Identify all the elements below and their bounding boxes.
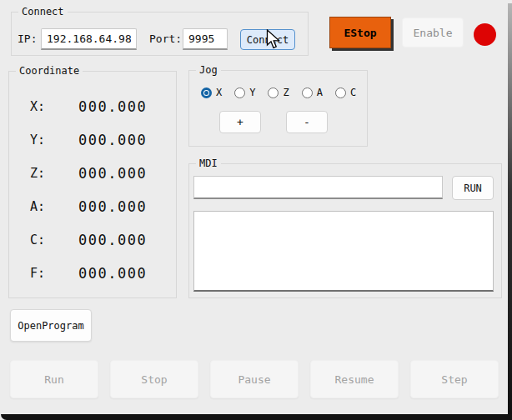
mdi-group-title: MDI	[196, 158, 221, 169]
cnc-control-window: Connect IP: Port: Connect EStop Enable C…	[0, 0, 512, 420]
axis-value: 000.000	[78, 232, 147, 248]
axis-label: Y:	[30, 132, 78, 148]
port-label: Port:	[149, 32, 182, 45]
axis-label: A:	[30, 199, 78, 214]
connect-group-title: Connect	[18, 6, 68, 18]
port-input[interactable]	[183, 28, 228, 50]
estop-button[interactable]: EStop	[329, 17, 391, 48]
coordinate-row-c: C: 000.000	[9, 223, 176, 257]
coordinate-groupbox: Coordinate X: 000.000 Y: 000.000 Z: 000.…	[8, 71, 177, 298]
ip-input[interactable]	[41, 28, 137, 50]
radio-button-icon[interactable]	[302, 88, 313, 98]
pause-button[interactable]: Pause	[210, 360, 299, 398]
jog-radio-label: A	[317, 87, 323, 98]
jog-radio-label: X	[216, 87, 222, 98]
mdi-command-input[interactable]	[193, 176, 443, 199]
open-program-button[interactable]: OpenProgram	[10, 309, 92, 342]
radio-button-icon[interactable]	[234, 88, 245, 98]
jog-plus-button[interactable]: +	[219, 111, 261, 133]
axis-label: F:	[30, 266, 78, 281]
axis-value: 000.000	[78, 165, 147, 182]
coordinate-group-title: Coordinate	[16, 65, 83, 77]
jog-groupbox: Jog X Y Z A C + -	[188, 70, 368, 147]
radio-button-icon[interactable]	[335, 88, 346, 98]
coordinate-row-a: A: 000.000	[9, 190, 176, 223]
coordinate-readout: X: 000.000 Y: 000.000 Z: 000.000 A: 000.…	[9, 90, 176, 290]
connect-groupbox: Connect IP: Port: Connect	[11, 12, 309, 56]
jog-radio-a[interactable]: A	[302, 87, 323, 98]
radio-button-icon[interactable]	[268, 88, 279, 98]
coordinate-row-f: F: 000.000	[9, 257, 176, 290]
ip-label: IP:	[18, 32, 37, 45]
jog-minus-button[interactable]: -	[286, 111, 328, 133]
window-shadow-bottom	[1, 414, 512, 420]
jog-axis-selector: X Y Z A C	[201, 87, 356, 98]
status-indicator-light	[474, 23, 496, 46]
axis-value: 000.000	[78, 132, 147, 148]
axis-label: X:	[30, 99, 78, 114]
axis-label: Z:	[30, 166, 78, 181]
axis-value: 000.000	[78, 198, 147, 215]
axis-label: C:	[30, 232, 78, 248]
jog-group-title: Jog	[196, 64, 221, 76]
connect-button[interactable]: Connect	[240, 29, 295, 50]
resume-button[interactable]: Resume	[310, 360, 399, 398]
jog-radio-label: Y	[249, 87, 255, 98]
step-button[interactable]: Step	[410, 360, 499, 398]
jog-radio-z[interactable]: Z	[268, 87, 289, 98]
mdi-output-list[interactable]	[193, 211, 494, 292]
radio-button-icon[interactable]	[201, 88, 212, 98]
jog-radio-label: Z	[283, 87, 289, 98]
jog-radio-x[interactable]: X	[201, 87, 222, 98]
axis-value: 000.000	[78, 265, 147, 282]
axis-value: 000.000	[78, 98, 147, 115]
stop-button[interactable]: Stop	[110, 360, 198, 398]
coordinate-row-z: Z: 000.000	[9, 157, 176, 190]
coordinate-row-x: X: 000.000	[9, 90, 176, 123]
enable-button[interactable]: Enable	[402, 18, 464, 48]
jog-radio-label: C	[350, 87, 356, 98]
run-button[interactable]: Run	[10, 360, 98, 398]
window-shadow-right	[508, 3, 512, 420]
jog-radio-y[interactable]: Y	[234, 87, 255, 98]
mdi-groupbox: MDI RUN	[188, 163, 502, 298]
coordinate-row-y: Y: 000.000	[9, 123, 176, 157]
jog-radio-c[interactable]: C	[335, 87, 356, 98]
mdi-run-button[interactable]: RUN	[452, 176, 494, 200]
